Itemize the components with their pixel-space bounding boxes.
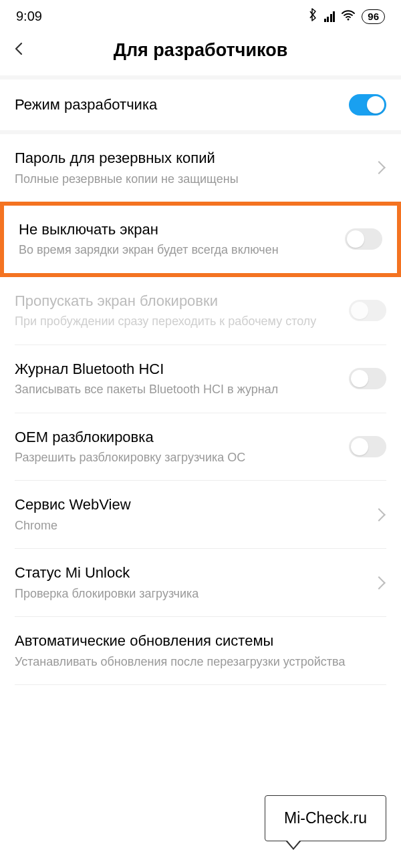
row-bluetooth-hci[interactable]: Журнал Bluetooth HCI Записывать все паке…: [0, 345, 401, 413]
row-backup-password[interactable]: Пароль для резервных копий Полные резерв…: [0, 134, 401, 202]
row-stay-awake[interactable]: Не выключать экран Во время зарядки экра…: [4, 206, 397, 273]
row-webview-service[interactable]: Сервис WebView Chrome: [0, 481, 401, 548]
row-subtitle: Полные резервные копии не защищены: [15, 171, 365, 187]
battery-indicator: 96: [362, 9, 385, 24]
row-auto-system-updates[interactable]: Автоматические обновления системы Устана…: [0, 617, 401, 684]
chevron-right-icon: [372, 576, 386, 590]
row-mi-unlock-status[interactable]: Статус Mi Unlock Проверка блокировки заг…: [0, 549, 401, 616]
row-subtitle: Устанавливать обновления после перезагру…: [15, 654, 377, 670]
toggle-stay-awake[interactable]: [345, 228, 382, 250]
toggle-developer-mode[interactable]: [349, 94, 386, 116]
row-title: Статус Mi Unlock: [15, 564, 365, 583]
row-developer-mode[interactable]: Режим разработчика: [0, 79, 401, 130]
row-subtitle: Проверка блокировки загрузчика: [15, 586, 365, 602]
toggle-oem-unlock[interactable]: [349, 436, 386, 457]
status-bar: 9:09 96: [0, 0, 401, 29]
svg-point-0: [348, 19, 350, 21]
header: Для разработчиков: [0, 29, 401, 75]
row-title: Сервис WebView: [15, 495, 365, 515]
speech-tail-icon: [285, 841, 301, 850]
row-title: Журнал Bluetooth HCI: [15, 360, 340, 379]
row-title: Режим разработчика: [15, 95, 340, 115]
status-indicators: 96: [308, 8, 385, 25]
watermark-callout: Mi-Check.ru: [265, 795, 386, 841]
chevron-right-icon: [372, 162, 386, 175]
toggle-bluetooth-hci[interactable]: [349, 368, 386, 389]
signal-icon: [324, 11, 336, 22]
row-subtitle: Разрешить разблокировку загрузчика ОС: [15, 449, 340, 465]
row-oem-unlock[interactable]: OEM разблокировка Разрешить разблокировк…: [0, 413, 401, 481]
row-subtitle: Во время зарядки экран будет всегда вклю…: [19, 242, 336, 258]
row-title: Пароль для резервных копий: [15, 149, 365, 168]
row-subtitle: При пробуждении сразу переходить к рабоч…: [15, 313, 340, 329]
row-subtitle: Chrome: [15, 517, 365, 533]
wifi-icon: [342, 9, 355, 24]
highlight-frame: Не выключать экран Во время зарядки экра…: [0, 202, 401, 277]
watermark-text: Mi-Check.ru: [284, 809, 367, 827]
row-title: OEM разблокировка: [15, 428, 340, 447]
status-time: 9:09: [16, 9, 42, 24]
row-skip-lockscreen: Пропускать экран блокировки При пробужде…: [0, 277, 401, 345]
page-title: Для разработчиков: [12, 40, 389, 61]
row-subtitle: Записывать все пакеты Bluetooth HCI в жу…: [15, 381, 340, 397]
chevron-right-icon: [372, 508, 386, 521]
row-title: Не выключать экран: [19, 220, 336, 240]
row-title: Автоматические обновления системы: [15, 632, 377, 651]
bluetooth-icon: [308, 8, 317, 25]
row-title: Пропускать экран блокировки: [15, 292, 340, 311]
toggle-skip-lockscreen: [349, 300, 386, 321]
